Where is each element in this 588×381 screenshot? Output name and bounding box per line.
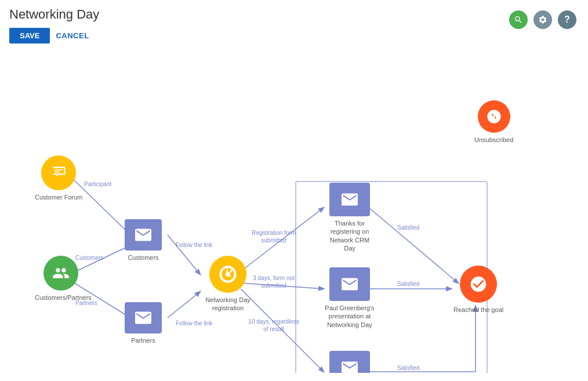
svg-rect-14 — [55, 172, 60, 173]
customers-partners-label: Customers/Partners — [35, 293, 87, 302]
partners-email-icon — [125, 302, 162, 333]
unsubscribed-node[interactable]: Unsubscribed — [474, 100, 513, 144]
customers-email-node[interactable]: Customers — [125, 219, 162, 262]
thanks-email-label: Thanks for registering on Network CRM Da… — [324, 219, 376, 252]
networking-day-reg-label: Networking Day registration — [202, 296, 254, 313]
settings-icon[interactable] — [533, 10, 552, 29]
toolbar: SAVE CANCEL — [9, 28, 579, 43]
svg-line-3 — [168, 235, 200, 274]
customers-partners-node[interactable]: Customers/Partners — [35, 256, 87, 302]
top-right-icons: ? — [509, 10, 576, 29]
reg-form-submitted-label: Registration form submitted — [248, 229, 300, 244]
svg-rect-13 — [55, 169, 63, 170]
reached-goal-label: Reached the goal — [453, 306, 503, 314]
help-icon[interactable]: ? — [558, 10, 576, 29]
three-days-label: 3 days, form not submitted — [248, 274, 300, 289]
partners-email-label: Partners — [131, 336, 155, 344]
networking-day-reg-icon — [209, 256, 246, 293]
canvas: Customer Forum Customers/Partners Custom… — [0, 48, 588, 373]
save-button[interactable]: SAVE — [9, 28, 50, 43]
thanks-email-node[interactable]: Thanks for registering on Network CRM Da… — [324, 183, 376, 252]
satisfied-2-label: Satisfied — [397, 280, 419, 288]
customer-forum-label: Customer Forum — [35, 193, 83, 201]
unsubscribed-label: Unsubscribed — [474, 136, 513, 144]
customers-email-icon — [125, 219, 162, 251]
reminder-email-icon — [329, 351, 370, 373]
paul-email-icon — [329, 267, 370, 301]
search-icon[interactable] — [509, 10, 528, 29]
svg-line-4 — [168, 292, 200, 318]
thanks-email-icon — [329, 183, 370, 216]
follow-link-1-label: Follow the link — [176, 241, 212, 249]
partners-email-node[interactable]: Partners — [125, 302, 162, 344]
satisfied-3-label: Satisfied — [397, 364, 419, 372]
customer-forum-icon — [41, 155, 76, 190]
customer-forum-node[interactable]: Customer Forum — [35, 155, 83, 201]
ten-days-label: 10 days, regardless of result — [248, 318, 300, 333]
reached-goal-icon — [460, 266, 497, 303]
customers-email-label: Customers — [128, 253, 158, 262]
flow-lines — [0, 48, 588, 373]
paul-email-label: Paul Greenberg's presentation at Network… — [324, 304, 376, 329]
svg-line-8 — [369, 208, 458, 283]
follow-link-2-label: Follow the link — [176, 320, 212, 327]
svg-point-16 — [226, 272, 230, 277]
reminder-email-node[interactable]: Networking Day reminder — [324, 351, 376, 373]
page-title: Networking Day — [9, 7, 579, 22]
satisfied-1-label: Satisfied — [397, 224, 419, 231]
networking-day-reg-node[interactable]: Networking Day registration — [202, 256, 254, 313]
cancel-button[interactable]: CANCEL — [56, 31, 89, 40]
header: Networking Day SAVE CANCEL ? — [0, 0, 588, 48]
reached-goal-node[interactable]: Reached the goal — [453, 266, 503, 314]
customers-partners-icon — [43, 256, 78, 291]
participant-label: Participant — [84, 180, 111, 188]
paul-email-node[interactable]: Paul Greenberg's presentation at Network… — [324, 267, 376, 329]
unsubscribed-icon — [478, 100, 510, 133]
